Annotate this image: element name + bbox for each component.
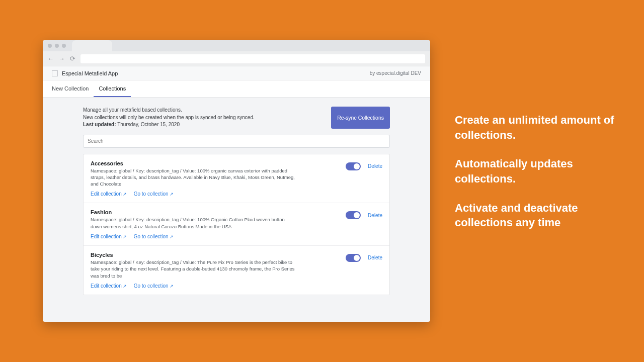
delete-link[interactable]: Delete (368, 255, 382, 260)
delete-link[interactable]: Delete (368, 163, 382, 169)
marketing-line-3: Activate and deactivate collections any … (455, 201, 616, 230)
desc-line2: New collections will only be created whe… (83, 114, 255, 122)
app-author: by especial.digital DEV (370, 70, 421, 76)
tab-collections[interactable]: Collections (94, 80, 131, 97)
page-description: Manage all your metafield based collecti… (83, 107, 255, 129)
browser-tab-strip (43, 40, 430, 51)
row-title: Bicycles (91, 252, 382, 258)
refresh-icon[interactable]: ⟳ (70, 55, 75, 62)
go-to-collection-link[interactable]: Go to collection (134, 234, 174, 239)
page-tabs: New Collection Collections (43, 80, 430, 98)
list-item: Bicycles Namespace: global / Key: descri… (84, 246, 389, 295)
resync-button[interactable]: Re-sync Collections (331, 107, 390, 129)
go-to-collection-link[interactable]: Go to collection (134, 191, 174, 197)
marketing-copy: Create an unlimited amount of collection… (455, 113, 616, 244)
window-minimize-icon[interactable] (55, 44, 59, 48)
search-input[interactable] (83, 135, 390, 148)
last-updated-label: Last updated: (83, 122, 116, 127)
row-meta: Namespace: global / Key: description_tag… (91, 259, 297, 279)
edit-collection-link[interactable]: Edit collection (91, 191, 127, 197)
forward-icon[interactable]: → (59, 55, 65, 62)
row-title: Accessories (91, 160, 382, 166)
last-updated-value: Thursday, October 15, 2020 (117, 122, 180, 127)
browser-tab[interactable] (72, 40, 112, 51)
page-content: Manage all your metafield based collecti… (43, 98, 430, 300)
back-icon[interactable]: ← (48, 55, 54, 62)
browser-window: ← → ⟳ Especial Metafield App by especial… (43, 40, 430, 322)
active-toggle[interactable] (346, 211, 361, 219)
list-item: Accessories Namespace: global / Key: des… (84, 154, 389, 204)
row-title: Fashion (91, 209, 382, 215)
collections-list: Accessories Namespace: global / Key: des… (83, 154, 390, 295)
desc-line1: Manage all your metafield based collecti… (83, 107, 255, 114)
active-toggle[interactable] (346, 162, 361, 170)
edit-collection-link[interactable]: Edit collection (91, 234, 127, 239)
go-to-collection-link[interactable]: Go to collection (134, 283, 174, 289)
address-bar: ← → ⟳ (43, 51, 430, 66)
address-input[interactable] (80, 54, 425, 63)
edit-collection-link[interactable]: Edit collection (91, 283, 127, 289)
window-close-icon[interactable] (48, 44, 52, 48)
app-header: Especial Metafield App by especial.digit… (43, 66, 430, 80)
window-zoom-icon[interactable] (62, 44, 66, 48)
row-meta: Namespace: global / Key: description_tag… (91, 167, 297, 188)
marketing-line-1: Create an unlimited amount of collection… (455, 113, 616, 142)
app-title: Especial Metafield App (62, 70, 118, 76)
delete-link[interactable]: Delete (368, 213, 382, 218)
active-toggle[interactable] (346, 254, 361, 262)
tab-new-collection[interactable]: New Collection (47, 80, 94, 97)
row-meta: Namespace: global / Key: description_tag… (91, 216, 297, 230)
marketing-line-2: Automatically updates collections. (455, 156, 616, 186)
app-icon (52, 70, 58, 76)
list-item: Fashion Namespace: global / Key: descrip… (84, 203, 389, 246)
